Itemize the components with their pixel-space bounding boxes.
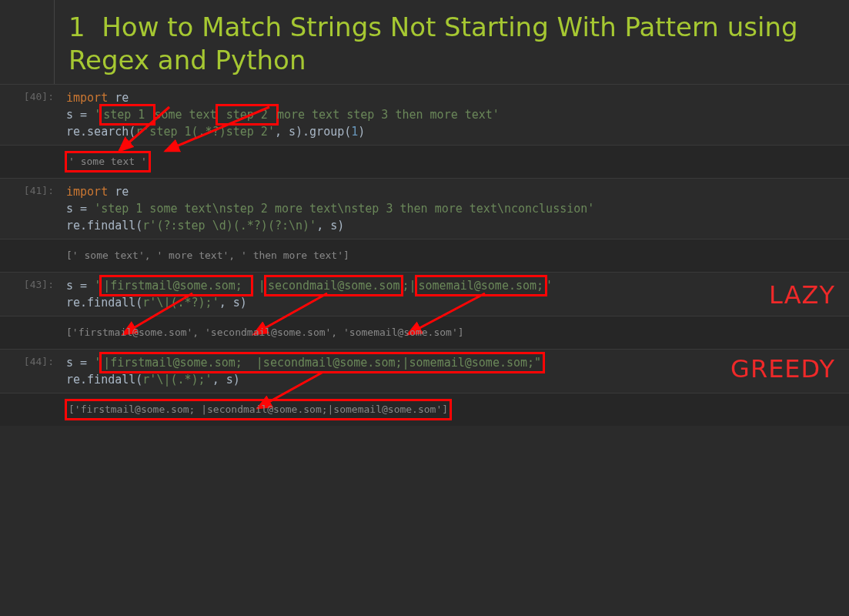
output-text: ' some text ' — [62, 146, 849, 178]
code-line[interactable]: s = '|firstmail@some.som; |secondmail@so… — [66, 354, 838, 371]
code-area[interactable]: s = '|firstmail@some.som; |secondmail@so… — [62, 273, 849, 316]
output-row: ' some text ' — [0, 145, 849, 178]
output-gutter — [0, 393, 62, 426]
prompt-label: [44]: — [0, 350, 62, 393]
code-line[interactable]: re.findall(r'\|(.*);', s) — [66, 371, 838, 388]
output-row: [' some text', ' more text', ' then more… — [0, 239, 849, 272]
code-line[interactable]: re.findall(r'\|(.*?);', s) — [66, 294, 838, 311]
code-line[interactable]: re.findall(r'(?:step \d)(.*?)(?:\n)', s) — [66, 217, 838, 234]
highlight-box: ['firstmail@some.som; |secondmail@some.s… — [65, 399, 452, 420]
output-gutter — [0, 239, 62, 272]
output-text: ['firstmail@some.som; |secondmail@some.s… — [62, 393, 849, 426]
highlight-box: step 1 — [99, 104, 155, 126]
prompt-label: [43]: — [0, 273, 62, 316]
code-cell[interactable]: [43]: s = '|firstmail@some.som; |secondm… — [0, 272, 849, 316]
prompt-label: [40]: — [0, 85, 62, 145]
greedy-label: GREEDY — [730, 360, 835, 377]
output-row: ['firstmail@some.som; |secondmail@some.s… — [0, 393, 849, 426]
highlight-box: step 2 — [216, 104, 279, 126]
header-gutter — [0, 0, 55, 84]
code-area[interactable]: s = '|firstmail@some.som; |secondmail@so… — [62, 350, 849, 393]
highlight-box: secondmail@some.som — [264, 275, 404, 296]
highlight-box: somemail@some.som; — [415, 275, 548, 296]
header-row: 1 How to Match Strings Not Starting With… — [0, 0, 849, 84]
highlight-box: |firstmail@some.som; — [99, 275, 253, 296]
output-gutter — [0, 316, 62, 349]
code-cell[interactable]: [44]: s = '|firstmail@some.som; |secondm… — [0, 349, 849, 393]
page-title: 1 How to Match Strings Not Starting With… — [55, 0, 849, 84]
notebook-title: How to Match Strings Not Starting With P… — [69, 12, 798, 75]
code-line[interactable]: s = '|firstmail@some.som; |secondmail@so… — [66, 277, 838, 294]
lazy-label: LAZY — [769, 286, 835, 303]
code-line[interactable]: s = 'step 1 some text\nstep 2 more text\… — [66, 200, 838, 217]
highlight-box: ' some text ' — [65, 151, 151, 172]
code-area[interactable]: import re s = 'step 1 some text\nstep 2 … — [62, 179, 849, 239]
output-row: ['firstmail@some.som', 'secondmail@some.… — [0, 316, 849, 349]
prompt-label: [41]: — [0, 179, 62, 239]
code-cell[interactable]: [41]: import re s = 'step 1 some text\ns… — [0, 178, 849, 239]
highlight-box: |firstmail@some.som; |secondmail@some.so… — [99, 352, 545, 373]
output-text: [' some text', ' more text', ' then more… — [62, 239, 849, 272]
section-number: 1 — [69, 12, 85, 42]
code-cell[interactable]: [40]: import re s = 'step 1 some text st… — [0, 84, 849, 145]
code-area[interactable]: import re s = 'step 1 some text step 2 m… — [62, 85, 849, 145]
output-gutter — [0, 146, 62, 178]
code-line[interactable]: s = 'step 1 some text step 2 more text s… — [66, 106, 838, 123]
code-line[interactable]: re.search(r'step 1(.*?)step 2', s).group… — [66, 123, 838, 140]
output-text: ['firstmail@some.som', 'secondmail@some.… — [62, 316, 849, 349]
code-line[interactable]: import re — [66, 89, 838, 106]
code-line[interactable]: import re — [66, 183, 838, 200]
